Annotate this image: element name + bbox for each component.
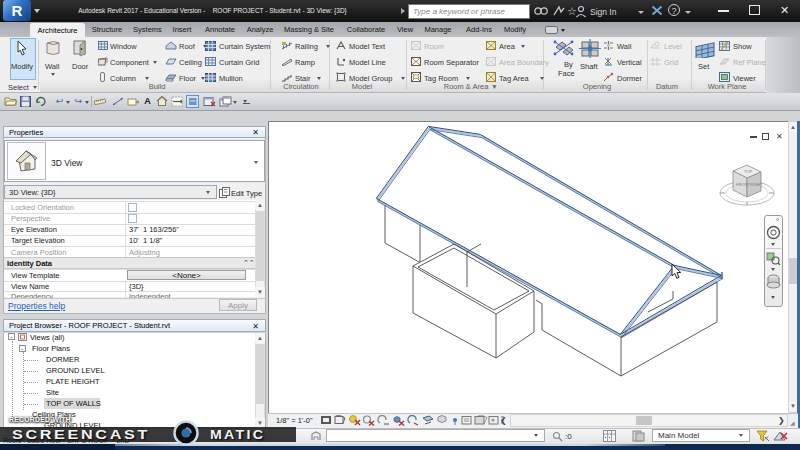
svg-text:RIGHT: RIGHT bbox=[750, 182, 763, 187]
svg-text:TOP: TOP bbox=[744, 169, 752, 174]
svg-text:FRONT: FRONT bbox=[736, 182, 750, 187]
